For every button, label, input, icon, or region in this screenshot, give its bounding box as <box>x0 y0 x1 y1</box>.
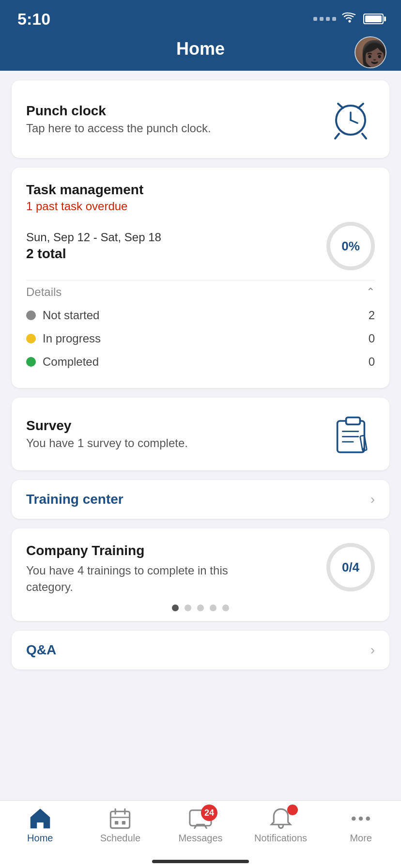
carousel-dot-2 <box>185 604 191 611</box>
bottom-nav: Home Schedule 24 Messages <box>0 800 401 868</box>
svg-line-7 <box>358 104 363 108</box>
svg-point-24 <box>366 817 370 821</box>
punch-clock-title: Punch clock <box>26 103 211 119</box>
task-management-title: Task management <box>26 182 375 198</box>
status-icons <box>313 12 384 26</box>
carousel-dots <box>26 604 375 611</box>
more-icon <box>348 806 374 832</box>
nav-item-notifications[interactable]: Notifications <box>241 807 321 844</box>
task-status-not-started: Not started 2 <box>26 304 375 327</box>
training-progress-circle: 0/4 <box>326 543 375 591</box>
home-icon-wrap <box>27 807 53 830</box>
completed-count: 0 <box>369 355 375 369</box>
in-progress-label: In progress <box>43 332 101 345</box>
company-training-card[interactable]: Company Training You have 4 trainings to… <box>12 528 389 621</box>
carousel-dot-3 <box>197 604 204 611</box>
task-total: 2 total <box>26 246 161 262</box>
notifications-badge <box>287 805 298 815</box>
svg-line-14 <box>363 449 364 452</box>
punch-clock-text: Punch clock Tap here to access the punch… <box>26 103 211 135</box>
survey-card[interactable]: Survey You have 1 survey to complete. <box>12 398 389 470</box>
home-icon <box>27 806 53 832</box>
task-management-card[interactable]: Task management 1 past task overdue Sun,… <box>12 168 389 388</box>
completed-dot <box>26 357 36 367</box>
training-center-title: Training center <box>26 492 123 507</box>
company-training-title: Company Training <box>26 543 249 558</box>
more-icon-wrap <box>348 807 374 830</box>
svg-rect-9 <box>346 418 360 424</box>
details-label: Details <box>26 285 62 299</box>
page-title: Home <box>176 39 225 59</box>
svg-line-6 <box>338 104 343 108</box>
home-nav-label: Home <box>27 833 53 844</box>
nav-item-home[interactable]: Home <box>0 807 80 844</box>
nav-item-more[interactable]: More <box>321 807 401 844</box>
training-center-section-header[interactable]: Training center › <box>12 480 389 519</box>
alarm-clock-icon <box>326 95 375 143</box>
notifications-icon-wrap <box>268 807 294 830</box>
company-training-subtitle: You have 4 trainings to complete in this… <box>26 562 249 595</box>
training-top-row: Company Training You have 4 trainings to… <box>26 543 375 595</box>
header: Home <box>0 34 401 71</box>
svg-line-3 <box>351 120 357 123</box>
punch-clock-subtitle: Tap here to access the punch clock. <box>26 122 211 135</box>
status-bar: 5:10 <box>0 0 401 34</box>
svg-rect-15 <box>111 811 130 828</box>
details-chevron-icon: ⌃ <box>366 286 375 298</box>
task-overdue-label: 1 past task overdue <box>26 200 375 213</box>
qa-chevron-icon: › <box>370 642 375 658</box>
qa-section-header[interactable]: Q&A › <box>12 631 389 669</box>
task-status-completed: Completed 0 <box>26 350 375 373</box>
svg-point-23 <box>359 817 363 821</box>
status-time: 5:10 <box>17 10 50 29</box>
nav-item-messages[interactable]: 24 Messages <box>160 807 241 844</box>
messages-badge: 24 <box>201 805 217 821</box>
task-date-range: Sun, Sep 12 - Sat, Sep 18 <box>26 231 161 244</box>
svg-rect-20 <box>122 821 125 824</box>
svg-point-0 <box>348 20 351 22</box>
survey-icon <box>331 412 375 456</box>
schedule-nav-label: Schedule <box>100 833 140 844</box>
not-started-label: Not started <box>43 309 99 322</box>
not-started-dot <box>26 310 36 320</box>
battery-icon <box>363 14 384 24</box>
avatar[interactable] <box>355 36 386 68</box>
notifications-nav-label: Notifications <box>254 833 307 844</box>
messages-icon-wrap: 24 <box>187 807 214 830</box>
task-top-row: Sun, Sep 12 - Sat, Sep 18 2 total 0% <box>26 222 375 270</box>
signal-icon <box>313 17 336 21</box>
svg-line-4 <box>335 134 339 139</box>
home-indicator <box>152 860 249 863</box>
training-center-chevron-icon: › <box>370 492 375 507</box>
svg-point-22 <box>352 817 356 821</box>
schedule-icon-wrap <box>107 807 133 830</box>
task-progress-circle: 0% <box>326 222 375 270</box>
survey-subtitle: You have 1 survey to complete. <box>26 436 188 450</box>
main-content: Punch clock Tap here to access the punch… <box>0 71 401 868</box>
task-date-total: Sun, Sep 12 - Sat, Sep 18 2 total <box>26 231 161 262</box>
messages-nav-label: Messages <box>178 833 222 844</box>
schedule-icon <box>107 806 133 832</box>
carousel-dot-1 <box>172 604 179 611</box>
carousel-dot-4 <box>210 604 216 611</box>
task-status-in-progress: In progress 0 <box>26 327 375 350</box>
svg-rect-19 <box>115 821 118 824</box>
punch-clock-card[interactable]: Punch clock Tap here to access the punch… <box>12 80 389 158</box>
carousel-dot-5 <box>222 604 229 611</box>
nav-item-schedule[interactable]: Schedule <box>80 807 161 844</box>
details-row[interactable]: Details ⌃ <box>26 280 375 304</box>
training-text: Company Training You have 4 trainings to… <box>26 543 249 595</box>
more-nav-label: More <box>350 833 372 844</box>
completed-label: Completed <box>43 355 99 369</box>
svg-line-5 <box>362 134 366 139</box>
survey-title: Survey <box>26 418 188 434</box>
not-started-count: 2 <box>369 309 375 322</box>
qa-title: Q&A <box>26 642 56 658</box>
survey-text: Survey You have 1 survey to complete. <box>26 418 188 450</box>
wifi-icon <box>342 12 357 26</box>
in-progress-dot <box>26 334 36 343</box>
in-progress-count: 0 <box>369 332 375 345</box>
